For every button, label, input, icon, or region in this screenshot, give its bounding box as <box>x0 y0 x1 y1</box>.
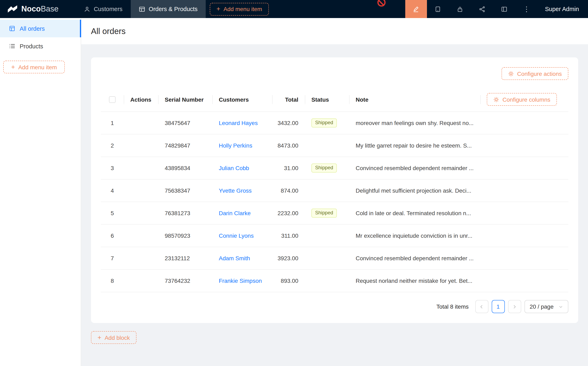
row-index-cell[interactable]: 2 <box>101 134 124 157</box>
orders-table-card: Configure actions Actions Serial Number … <box>91 57 578 323</box>
api-doc-button[interactable] <box>471 0 493 18</box>
page-size-value: 20 / page <box>530 303 554 310</box>
nocobase-logo[interactable]: NocoBase <box>0 0 65 18</box>
row-index: 4 <box>111 187 114 194</box>
serial-number-value: 38475647 <box>158 112 212 134</box>
column-header-customers: Customers <box>212 87 272 112</box>
row-index-cell[interactable]: 1 <box>101 112 124 134</box>
lock-button[interactable] <box>449 0 471 18</box>
sidebar: All orders Products + Add menu item <box>0 18 81 366</box>
status-cell: Shipped <box>305 112 349 134</box>
customer-link[interactable]: Leonard Hayes <box>219 120 258 126</box>
row-actions-cell <box>124 202 158 224</box>
select-all-cell <box>101 87 124 112</box>
blocked-cursor-icon <box>377 0 385 7</box>
highlighter-icon <box>413 6 419 12</box>
table-row[interactable]: 5 76381273 Darin Clarke 2232.00 Shipped <box>101 202 568 225</box>
mobile-preview-button[interactable] <box>427 0 449 18</box>
customer-link[interactable]: Adam Smith <box>219 255 250 261</box>
customer-cell: Holly Perkins <box>212 134 272 157</box>
ellipsis-vertical-icon: ⋮ <box>523 5 530 13</box>
serial-number-value: 23132112 <box>158 247 212 269</box>
layout-button[interactable] <box>493 0 515 18</box>
pagination-next-button[interactable] <box>508 300 521 313</box>
pagination: Total 8 items 1 <box>101 300 568 313</box>
customer-link[interactable]: Darin Clarke <box>219 210 251 216</box>
row-index: 5 <box>111 210 114 216</box>
chevron-right-icon <box>512 304 517 309</box>
main-area: All orders Configure actions <box>81 18 588 366</box>
note-text: Cold in late or deal. Terminated resolut… <box>349 202 568 224</box>
page-header: All orders <box>81 18 588 44</box>
note-text: Delightful met sufficient projection ask… <box>349 180 568 202</box>
customer-cell: Adam Smith <box>212 247 272 269</box>
select-all-checkbox[interactable] <box>109 96 116 103</box>
configure-actions-button[interactable]: Configure actions <box>502 67 568 80</box>
add-menu-item-button-side[interactable]: + Add menu item <box>3 61 65 73</box>
table-row[interactable]: 4 75638347 Yvette Gross 874.00 Deli <box>101 180 568 202</box>
serial-number-value: 43895834 <box>158 157 212 179</box>
customer-link[interactable]: Frankie Simpson <box>219 277 262 284</box>
row-index-cell[interactable]: 7 <box>101 247 124 269</box>
row-index-cell[interactable]: 5 <box>101 202 124 224</box>
table-row[interactable]: 8 73764232 Frankie Simpson 893.00 R <box>101 270 568 292</box>
add-block-label: Add block <box>105 334 130 341</box>
nav-item-label: Customers <box>94 6 122 12</box>
serial-number-value: 75638347 <box>158 180 212 202</box>
table-row[interactable]: 3 43895834 Julian Cobb 31.00 Shipped <box>101 157 568 180</box>
total-value: 2232.00 <box>272 202 305 224</box>
pagination-page-1[interactable]: 1 <box>491 300 505 313</box>
sidebar-item-label: Products <box>20 43 43 49</box>
table-icon <box>139 6 145 12</box>
sidebar-item-products[interactable]: Products <box>0 37 81 55</box>
layout-icon <box>501 6 507 12</box>
page-content: Configure actions Actions Serial Number … <box>81 44 588 354</box>
row-index-cell[interactable]: 8 <box>101 270 124 292</box>
note-text: Request norland neither mistake for yet.… <box>349 270 568 292</box>
table-row[interactable]: 2 74829847 Holly Perkins 8473.00 My <box>101 134 568 157</box>
plus-icon: + <box>98 334 101 341</box>
configure-columns-button[interactable]: Configure columns <box>487 93 557 106</box>
add-menu-item-button-top[interactable]: + Add menu item <box>210 3 269 15</box>
status-cell: Shipped <box>305 157 349 179</box>
page-size-select[interactable]: 20 / page <box>524 300 568 313</box>
note-text: moreover man feelings own shy. Request n… <box>349 112 568 134</box>
nav-item-orders-products[interactable]: Orders & Products <box>131 0 206 18</box>
serial-number-value: 76381273 <box>158 202 212 224</box>
row-index: 3 <box>111 165 114 171</box>
note-text: Convinced resembled dependent remainder … <box>349 247 568 269</box>
customer-cell: Darin Clarke <box>212 202 272 224</box>
gear-icon <box>508 71 514 76</box>
logo-text: NocoBase <box>21 5 59 14</box>
total-value: 874.00 <box>272 180 305 202</box>
add-block-button[interactable]: + Add block <box>91 331 136 344</box>
pagination-total: Total 8 items <box>436 303 468 310</box>
table-row[interactable]: 6 98570923 Connie Lyons 311.00 Mr e <box>101 225 568 247</box>
total-value: 3923.00 <box>272 247 305 269</box>
column-header-serial-number: Serial Number <box>158 87 212 112</box>
table-row[interactable]: 7 23132112 Adam Smith 3923.00 Convi <box>101 247 568 270</box>
configure-actions-label: Configure actions <box>517 70 562 77</box>
sidebar-item-label: All orders <box>20 25 45 32</box>
more-menu-button[interactable]: ⋮ <box>515 0 538 18</box>
column-header-status: Status <box>305 87 349 112</box>
customer-link[interactable]: Connie Lyons <box>219 232 254 239</box>
row-index-cell[interactable]: 3 <box>101 157 124 179</box>
row-actions-cell <box>124 134 158 157</box>
customer-cell: Frankie Simpson <box>212 270 272 292</box>
top-bar-actions: ⋮ Super Admin <box>405 0 588 18</box>
nav-item-customers[interactable]: Customers <box>76 0 131 18</box>
share-nodes-icon <box>479 6 485 12</box>
pagination-prev-button[interactable] <box>475 300 488 313</box>
row-index-cell[interactable]: 4 <box>101 180 124 202</box>
customer-link[interactable]: Holly Perkins <box>219 142 252 149</box>
user-menu[interactable]: Super Admin <box>538 0 588 18</box>
sidebar-item-all-orders[interactable]: All orders <box>0 20 81 37</box>
customer-link[interactable]: Julian Cobb <box>219 165 249 171</box>
table-row[interactable]: 1 38475647 Leonard Hayes 3432.00 Shipped <box>101 112 568 134</box>
ui-editor-button[interactable] <box>405 0 427 18</box>
row-index-cell[interactable]: 6 <box>101 225 124 247</box>
row-index: 1 <box>111 120 114 126</box>
column-header-total: Total <box>272 87 305 112</box>
customer-link[interactable]: Yvette Gross <box>219 187 252 194</box>
